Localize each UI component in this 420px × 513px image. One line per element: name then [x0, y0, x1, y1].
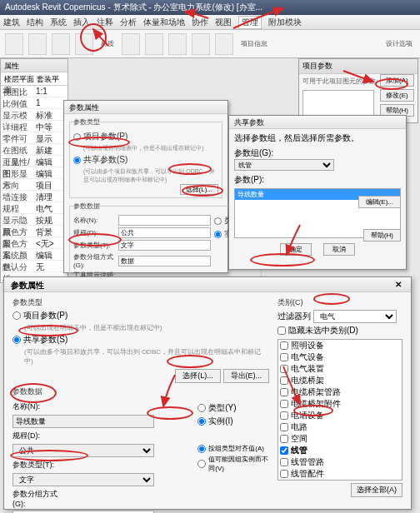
category-checkbox[interactable]	[280, 376, 288, 385]
category-checkbox[interactable]	[280, 388, 288, 396]
menu-item[interactable]: 系统	[50, 17, 67, 28]
category-item[interactable]: 照明设备	[278, 340, 402, 351]
property-row[interactable]: 显示模标准	[1, 109, 68, 121]
category-list[interactable]: 照明设备电气设备电气装置电缆桥架电缆桥架管路电缆桥架附件电话设备电路空间线管线管…	[278, 339, 402, 481]
category-item[interactable]: 电路	[278, 421, 402, 433]
type-radio[interactable]	[198, 404, 206, 412]
ok-button[interactable]: 确定	[280, 243, 312, 256]
category-checkbox[interactable]	[280, 435, 288, 443]
ribbon-button[interactable]	[5, 33, 23, 55]
project-param-radio[interactable]	[12, 311, 21, 320]
instance-radio[interactable]	[214, 231, 222, 238]
category-label: 电缆桥架	[291, 375, 324, 386]
select-button[interactable]: 选择(L)...	[175, 369, 221, 383]
property-row[interactable]: 视图比1:1	[1, 86, 68, 97]
menu-item[interactable]: 管理	[238, 16, 262, 29]
ribbon-button[interactable]	[168, 33, 187, 55]
shared-param-radio[interactable]	[12, 336, 21, 344]
param-type-select[interactable]: 文字	[12, 473, 154, 486]
category-checkbox[interactable]	[280, 470, 288, 478]
ribbon-button[interactable]	[145, 33, 163, 55]
menu-item[interactable]: 体量和场地	[143, 17, 185, 28]
ribbon-button[interactable]	[52, 33, 70, 55]
edit-button[interactable]: 修改(E)	[380, 89, 414, 102]
menu-item[interactable]: 结构	[27, 17, 43, 28]
ribbon-button[interactable]	[122, 33, 140, 55]
menu-item[interactable]: 插入	[73, 17, 90, 28]
align-by-group-radio[interactable]	[198, 445, 206, 453]
name-input[interactable]	[12, 415, 154, 428]
property-row[interactable]: 零件可显示	[1, 132, 68, 144]
category-checkbox[interactable]	[280, 446, 288, 455]
hide-unchecked-checkbox[interactable]	[278, 326, 286, 335]
property-row[interactable]: 详细程中等	[1, 121, 68, 132]
close-icon[interactable]: ✕	[392, 280, 404, 289]
category-checkbox[interactable]	[280, 365, 288, 373]
help-button[interactable]: 帮助(H)	[363, 229, 401, 242]
ribbon-button[interactable]	[75, 33, 93, 55]
menu-item[interactable]: 注释	[97, 17, 113, 28]
select-button[interactable]: 选择(L)...	[180, 184, 218, 195]
property-row[interactable]: 颜色方案背景	[1, 226, 68, 237]
add-button[interactable]: 添加(A)	[380, 74, 414, 87]
category-checkbox[interactable]	[280, 458, 288, 466]
property-row[interactable]: 方向项目	[1, 179, 68, 191]
properties-type[interactable]: 楼层平面 套装平面	[1, 72, 68, 86]
prop-val: 电气	[34, 202, 68, 213]
category-item[interactable]: 线管配件	[278, 468, 402, 480]
discipline-input[interactable]	[118, 227, 211, 238]
param-type-input[interactable]	[118, 240, 211, 251]
category-checkbox[interactable]	[280, 400, 288, 408]
group-input[interactable]	[118, 256, 211, 266]
prop-key: 详细程	[1, 121, 34, 132]
category-item[interactable]: 电气设备	[278, 351, 402, 363]
property-row[interactable]: 图形显示编辑	[1, 167, 68, 179]
category-checkbox[interactable]	[280, 423, 288, 431]
category-item[interactable]: 电缆桥架	[278, 375, 402, 386]
discipline-select[interactable]: 公共	[12, 444, 154, 457]
menu-item[interactable]: 建筑	[3, 17, 20, 28]
category-checkbox[interactable]	[280, 341, 288, 350]
ribbon-group-label: 材质	[98, 39, 117, 48]
property-row[interactable]: 默认分析无	[1, 261, 68, 272]
menu-item[interactable]: 协作	[192, 17, 208, 28]
property-row[interactable]: 墙连接清理	[1, 191, 68, 202]
category-item[interactable]: 线管	[278, 445, 402, 456]
filter-select[interactable]: 电气	[313, 310, 397, 323]
type-radio[interactable]	[214, 217, 222, 225]
cancel-button[interactable]: 取消	[323, 243, 355, 256]
property-row[interactable]: 可见性/图编辑	[1, 156, 68, 167]
param-group-select[interactable]: 线管	[234, 159, 334, 171]
instance-radio[interactable]	[198, 417, 206, 426]
menu-item[interactable]: 视图	[215, 17, 232, 28]
category-label: 电缆桥架附件	[291, 398, 341, 410]
category-item[interactable]: 线管管路	[278, 456, 402, 468]
menu-item[interactable]: 分析	[120, 17, 137, 28]
export-button[interactable]: 导出(E)...	[223, 369, 270, 383]
name-input[interactable]	[118, 215, 211, 226]
dialog-title: 参数属性	[11, 281, 44, 290]
category-item[interactable]: 空间	[278, 433, 402, 445]
category-item[interactable]: 电缆桥架附件	[278, 398, 402, 410]
property-row[interactable]: 比例值1	[1, 97, 68, 109]
ribbon-button[interactable]	[192, 33, 210, 55]
shared-param-radio[interactable]	[73, 157, 81, 164]
property-row[interactable]: 在图纸上显新建	[1, 144, 68, 156]
ribbon-button[interactable]	[28, 33, 47, 55]
property-row[interactable]: 规程电气	[1, 202, 68, 214]
category-item[interactable]: 电气装置	[278, 363, 402, 375]
category-item[interactable]: 电话设备	[278, 410, 402, 421]
vary-by-instance-radio[interactable]	[198, 460, 206, 468]
select-all-button[interactable]: 选择全部(A)	[351, 483, 402, 497]
category-item[interactable]: 电缆桥架管路	[278, 386, 402, 398]
property-row[interactable]: 系统颜色编辑	[1, 249, 68, 261]
property-row[interactable]: 显示隐藏按规	[1, 214, 68, 226]
category-item[interactable]: 组成部分	[278, 480, 402, 481]
edit-button[interactable]: 编辑(E)...	[358, 196, 401, 208]
property-row[interactable]: 颜色方案<无>	[1, 237, 68, 249]
category-checkbox[interactable]	[280, 353, 288, 361]
ribbon-button[interactable]	[215, 33, 233, 55]
menu-item[interactable]: 附加模块	[268, 17, 302, 28]
project-param-radio[interactable]	[73, 133, 81, 141]
category-checkbox[interactable]	[280, 411, 288, 420]
